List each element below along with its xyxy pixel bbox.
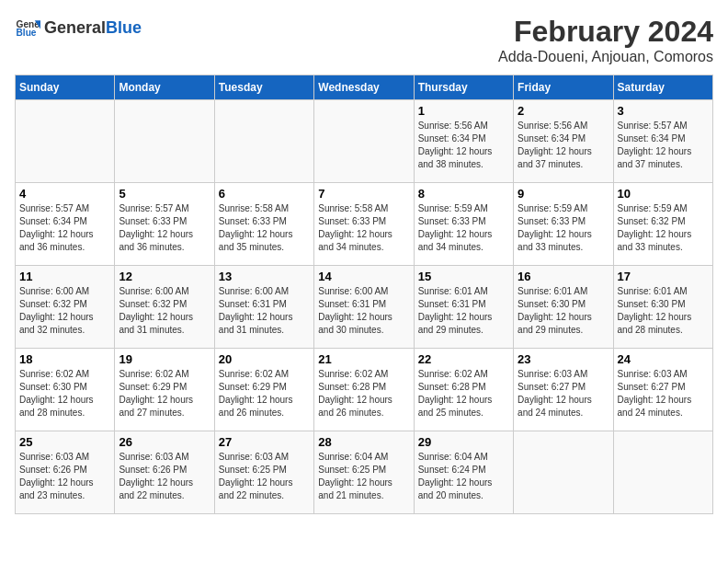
calendar-day-cell: 4Sunrise: 5:57 AMSunset: 6:34 PMDaylight… <box>16 183 115 266</box>
calendar-week-row: 4Sunrise: 5:57 AMSunset: 6:34 PMDaylight… <box>16 183 713 266</box>
day-detail: Sunrise: 6:01 AMSunset: 6:30 PMDaylight:… <box>518 286 592 335</box>
day-detail: Sunrise: 5:59 AMSunset: 6:33 PMDaylight:… <box>418 203 493 252</box>
calendar-day-cell: 7Sunrise: 5:58 AMSunset: 6:33 PMDaylight… <box>314 183 414 266</box>
calendar-day-cell: 9Sunrise: 5:59 AMSunset: 6:33 PMDaylight… <box>514 183 613 266</box>
day-detail: Sunrise: 6:00 AMSunset: 6:31 PMDaylight:… <box>318 286 392 335</box>
day-detail: Sunrise: 5:57 AMSunset: 6:34 PMDaylight:… <box>618 121 692 169</box>
calendar-day-cell: 28Sunrise: 6:04 AMSunset: 6:25 PMDayligh… <box>314 431 414 514</box>
day-number: 27 <box>219 435 310 449</box>
day-detail: Sunrise: 6:01 AMSunset: 6:31 PMDaylight:… <box>418 286 493 335</box>
day-number: 26 <box>119 435 210 449</box>
day-number: 21 <box>318 352 409 366</box>
calendar-day-cell: 22Sunrise: 6:02 AMSunset: 6:28 PMDayligh… <box>414 349 513 431</box>
page-subtitle: Adda-Doueni, Anjouan, Comoros <box>498 49 713 65</box>
day-number: 23 <box>518 352 609 366</box>
day-number: 24 <box>618 352 709 366</box>
day-number: 5 <box>119 187 210 201</box>
day-number: 4 <box>19 187 110 201</box>
weekday-header-cell: Saturday <box>613 75 712 100</box>
calendar-day-cell: 10Sunrise: 5:59 AMSunset: 6:32 PMDayligh… <box>613 183 712 266</box>
day-number: 7 <box>318 187 409 201</box>
weekday-header-cell: Sunday <box>16 75 115 100</box>
day-detail: Sunrise: 5:57 AMSunset: 6:34 PMDaylight:… <box>19 203 94 252</box>
day-number: 25 <box>19 435 110 449</box>
calendar-day-cell: 15Sunrise: 6:01 AMSunset: 6:31 PMDayligh… <box>414 266 513 349</box>
day-detail: Sunrise: 6:00 AMSunset: 6:32 PMDaylight:… <box>19 286 94 335</box>
calendar-week-row: 25Sunrise: 6:03 AMSunset: 6:26 PMDayligh… <box>16 431 713 514</box>
day-number: 19 <box>119 352 210 366</box>
day-detail: Sunrise: 5:59 AMSunset: 6:32 PMDaylight:… <box>618 203 692 252</box>
calendar-day-cell: 18Sunrise: 6:02 AMSunset: 6:30 PMDayligh… <box>16 349 115 431</box>
day-number: 20 <box>219 352 310 366</box>
weekday-header-row: SundayMondayTuesdayWednesdayThursdayFrid… <box>16 75 713 100</box>
calendar-day-cell: 12Sunrise: 6:00 AMSunset: 6:32 PMDayligh… <box>115 266 214 349</box>
day-detail: Sunrise: 6:02 AMSunset: 6:28 PMDaylight:… <box>418 369 493 418</box>
svg-text:Blue: Blue <box>17 28 37 38</box>
calendar-day-cell: 27Sunrise: 6:03 AMSunset: 6:25 PMDayligh… <box>214 431 313 514</box>
title-area: February 2024 Adda-Doueni, Anjouan, Como… <box>498 15 713 65</box>
calendar-day-cell <box>314 100 414 183</box>
day-detail: Sunrise: 5:58 AMSunset: 6:33 PMDaylight:… <box>219 203 293 252</box>
calendar-day-cell: 19Sunrise: 6:02 AMSunset: 6:29 PMDayligh… <box>115 349 214 431</box>
day-number: 10 <box>618 187 709 201</box>
calendar-day-cell <box>613 431 712 514</box>
page-title: February 2024 <box>498 15 713 49</box>
day-number: 15 <box>418 270 509 283</box>
day-detail: Sunrise: 5:57 AMSunset: 6:33 PMDaylight:… <box>119 203 193 252</box>
day-number: 3 <box>618 104 709 118</box>
day-number: 18 <box>19 352 110 366</box>
calendar-day-cell: 6Sunrise: 5:58 AMSunset: 6:33 PMDaylight… <box>214 183 313 266</box>
day-detail: Sunrise: 6:02 AMSunset: 6:29 PMDaylight:… <box>119 369 193 418</box>
day-detail: Sunrise: 6:04 AMSunset: 6:24 PMDaylight:… <box>418 452 493 500</box>
day-number: 13 <box>219 270 310 283</box>
day-number: 6 <box>219 187 310 201</box>
calendar-day-cell: 16Sunrise: 6:01 AMSunset: 6:30 PMDayligh… <box>514 266 613 349</box>
day-detail: Sunrise: 5:59 AMSunset: 6:33 PMDaylight:… <box>518 203 592 252</box>
calendar-day-cell: 2Sunrise: 5:56 AMSunset: 6:34 PMDaylight… <box>514 100 613 183</box>
weekday-header-cell: Friday <box>514 75 613 100</box>
calendar-week-row: 11Sunrise: 6:00 AMSunset: 6:32 PMDayligh… <box>16 266 713 349</box>
logo-text-blue: Blue <box>106 18 142 38</box>
calendar-day-cell: 20Sunrise: 6:02 AMSunset: 6:29 PMDayligh… <box>214 349 313 431</box>
day-number: 11 <box>19 270 110 283</box>
calendar-day-cell: 11Sunrise: 6:00 AMSunset: 6:32 PMDayligh… <box>16 266 115 349</box>
calendar-day-cell: 17Sunrise: 6:01 AMSunset: 6:30 PMDayligh… <box>613 266 712 349</box>
weekday-header-cell: Tuesday <box>214 75 313 100</box>
day-detail: Sunrise: 5:56 AMSunset: 6:34 PMDaylight:… <box>418 121 493 169</box>
logo-text-general: General <box>44 18 106 38</box>
calendar-day-cell: 23Sunrise: 6:03 AMSunset: 6:27 PMDayligh… <box>514 349 613 431</box>
day-number: 2 <box>518 104 609 118</box>
calendar-day-cell: 25Sunrise: 6:03 AMSunset: 6:26 PMDayligh… <box>16 431 115 514</box>
day-number: 14 <box>318 270 409 283</box>
day-detail: Sunrise: 6:03 AMSunset: 6:26 PMDaylight:… <box>19 452 94 500</box>
logo: General Blue GeneralBlue <box>15 15 142 40</box>
calendar-day-cell: 29Sunrise: 6:04 AMSunset: 6:24 PMDayligh… <box>414 431 513 514</box>
calendar-day-cell: 14Sunrise: 6:00 AMSunset: 6:31 PMDayligh… <box>314 266 414 349</box>
weekday-header-cell: Thursday <box>414 75 513 100</box>
day-detail: Sunrise: 6:00 AMSunset: 6:32 PMDaylight:… <box>119 286 193 335</box>
day-detail: Sunrise: 6:03 AMSunset: 6:27 PMDaylight:… <box>618 369 692 418</box>
day-detail: Sunrise: 6:02 AMSunset: 6:28 PMDaylight:… <box>318 369 392 418</box>
weekday-header-cell: Wednesday <box>314 75 414 100</box>
calendar-day-cell: 13Sunrise: 6:00 AMSunset: 6:31 PMDayligh… <box>214 266 313 349</box>
calendar-day-cell: 8Sunrise: 5:59 AMSunset: 6:33 PMDaylight… <box>414 183 513 266</box>
day-number: 29 <box>418 435 509 449</box>
day-detail: Sunrise: 6:02 AMSunset: 6:29 PMDaylight:… <box>219 369 293 418</box>
day-detail: Sunrise: 5:58 AMSunset: 6:33 PMDaylight:… <box>318 203 392 252</box>
day-detail: Sunrise: 6:03 AMSunset: 6:27 PMDaylight:… <box>518 369 592 418</box>
day-detail: Sunrise: 6:01 AMSunset: 6:30 PMDaylight:… <box>618 286 692 335</box>
header: General Blue GeneralBlue February 2024 A… <box>15 15 713 65</box>
calendar-day-cell <box>214 100 313 183</box>
calendar-day-cell <box>115 100 214 183</box>
calendar-day-cell: 3Sunrise: 5:57 AMSunset: 6:34 PMDaylight… <box>613 100 712 183</box>
day-number: 22 <box>418 352 509 366</box>
day-detail: Sunrise: 6:02 AMSunset: 6:30 PMDaylight:… <box>19 369 94 418</box>
calendar-day-cell <box>514 431 613 514</box>
day-number: 9 <box>518 187 609 201</box>
calendar-body: 1Sunrise: 5:56 AMSunset: 6:34 PMDaylight… <box>16 100 713 514</box>
calendar-day-cell <box>16 100 115 183</box>
logo-icon: General Blue <box>15 15 40 40</box>
calendar-table: SundayMondayTuesdayWednesdayThursdayFrid… <box>15 75 713 514</box>
calendar-week-row: 1Sunrise: 5:56 AMSunset: 6:34 PMDaylight… <box>16 100 713 183</box>
day-number: 17 <box>618 270 709 283</box>
